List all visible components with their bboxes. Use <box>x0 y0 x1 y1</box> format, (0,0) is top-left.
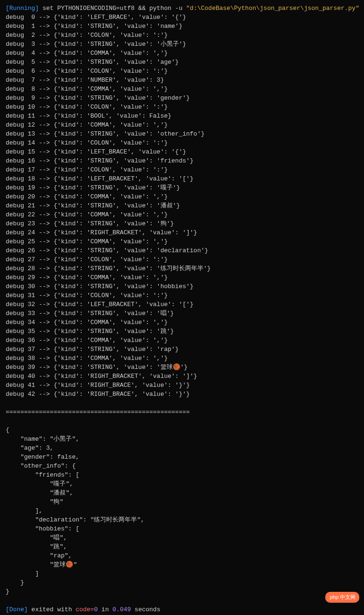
in-text: in <box>98 606 112 613</box>
json-line: ], <box>6 506 358 515</box>
running-label: [Running] <box>6 5 39 12</box>
debug-line: debug 20 --> {'kind': 'COMMA', 'value': … <box>6 192 358 201</box>
json-line: "唱", <box>6 533 358 542</box>
debug-line: debug 37 --> {'kind': 'STRING', 'value':… <box>6 345 358 354</box>
terminal-output[interactable]: [Running] set PYTHONIOENCODING=utf8 && p… <box>6 4 358 614</box>
json-line: "declaration": "练习时长两年半", <box>6 515 358 524</box>
separator-line: ========================================… <box>6 408 358 417</box>
json-line: "name": "小黑子", <box>6 435 358 444</box>
debug-line: debug 7 --> {'kind': 'NUMBER', 'value': … <box>6 76 358 85</box>
debug-line: debug 14 --> {'kind': 'COLON', 'value': … <box>6 138 358 147</box>
debug-line: debug 15 --> {'kind': 'LEFT_BRACE', 'val… <box>6 147 358 156</box>
json-line: "hobbies": [ <box>6 524 358 533</box>
debug-line: debug 26 --> {'kind': 'STRING', 'value':… <box>6 246 358 255</box>
json-line: "跳", <box>6 542 358 551</box>
json-line: "嘎子", <box>6 479 358 488</box>
json-output: { "name": "小黑子", "age": 3, "gender": fal… <box>6 426 358 596</box>
blank-line <box>6 399 358 408</box>
debug-line: debug 35 --> {'kind': 'STRING', 'value':… <box>6 327 358 336</box>
php-watermark-badge: php 中文网 <box>325 592 359 603</box>
script-path: "d:\CodeBase\Python\json_parser\json_par… <box>186 5 359 12</box>
debug-line: debug 4 --> {'kind': 'COMMA', 'value': '… <box>6 49 358 58</box>
debug-line: debug 32 --> {'kind': 'LEFT_BRACKET', 'v… <box>6 300 358 309</box>
debug-line: debug 25 --> {'kind': 'COMMA', 'value': … <box>6 237 358 246</box>
json-line: "gender": false, <box>6 453 358 461</box>
debug-line: debug 29 --> {'kind': 'COMMA', 'value': … <box>6 273 358 282</box>
done-line: [Done] exited with code=0 in 0.049 secon… <box>6 605 358 614</box>
blank-line <box>6 596 358 605</box>
seconds-text: seconds <box>131 606 160 613</box>
debug-line: debug 19 --> {'kind': 'STRING', 'value':… <box>6 183 358 192</box>
json-line: } <box>6 578 358 587</box>
debug-line: debug 40 --> {'kind': 'RIGHT_BRACKET', '… <box>6 372 358 381</box>
debug-line: debug 34 --> {'kind': 'COMMA', 'value': … <box>6 318 358 327</box>
exited-text: exited with <box>28 606 76 613</box>
debug-line: debug 16 --> {'kind': 'STRING', 'value':… <box>6 156 358 165</box>
debug-line: debug 28 --> {'kind': 'STRING', 'value':… <box>6 264 358 273</box>
debug-line: debug 2 --> {'kind': 'COLON', 'value': '… <box>6 31 358 40</box>
debug-line: debug 17 --> {'kind': 'COLON', 'value': … <box>6 165 358 174</box>
debug-line: debug 23 --> {'kind': 'STRING', 'value':… <box>6 219 358 228</box>
debug-line: debug 11 --> {'kind': 'BOOL', 'value': F… <box>6 111 358 120</box>
json-line: "rap", <box>6 551 358 560</box>
debug-line: debug 27 --> {'kind': 'COLON', 'value': … <box>6 255 358 264</box>
debug-output: debug 0 --> {'kind': 'LEFT_BRACE', 'valu… <box>6 13 358 399</box>
debug-line: debug 12 --> {'kind': 'COMMA', 'value': … <box>6 120 358 129</box>
debug-line: debug 8 --> {'kind': 'COMMA', 'value': '… <box>6 85 358 94</box>
debug-line: debug 39 --> {'kind': 'STRING', 'value':… <box>6 363 358 372</box>
debug-line: debug 41 --> {'kind': 'RIGHT_BRACE', 'va… <box>6 381 358 390</box>
debug-line: debug 1 --> {'kind': 'STRING', 'value': … <box>6 22 358 31</box>
debug-line: debug 3 --> {'kind': 'STRING', 'value': … <box>6 40 358 49</box>
command-text: set PYTHONIOENCODING=utf8 && python -u <box>39 5 186 12</box>
debug-line: debug 13 --> {'kind': 'STRING', 'value':… <box>6 129 358 138</box>
debug-line: debug 18 --> {'kind': 'LEFT_BRACKET', 'v… <box>6 174 358 183</box>
time-value: 0.049 <box>112 606 131 613</box>
debug-line: debug 10 --> {'kind': 'COLON', 'value': … <box>6 102 358 111</box>
debug-line: debug 22 --> {'kind': 'COMMA', 'value': … <box>6 210 358 219</box>
debug-line: debug 24 --> {'kind': 'RIGHT_BRACKET', '… <box>6 228 358 237</box>
json-line: "other_info": { <box>6 461 358 470</box>
json-line: ] <box>6 569 358 578</box>
json-line: "friends": [ <box>6 470 358 479</box>
debug-line: debug 33 --> {'kind': 'STRING', 'value':… <box>6 309 358 318</box>
done-label: [Done] <box>6 606 28 613</box>
debug-line: debug 6 --> {'kind': 'COLON', 'value': '… <box>6 67 358 76</box>
json-line: { <box>6 426 358 435</box>
debug-line: debug 38 --> {'kind': 'COMMA', 'value': … <box>6 354 358 363</box>
json-line: } <box>6 587 358 596</box>
json-line: "狗" <box>6 497 358 506</box>
debug-line: debug 5 --> {'kind': 'STRING', 'value': … <box>6 58 358 67</box>
debug-line: debug 9 --> {'kind': 'STRING', 'value': … <box>6 94 358 102</box>
blank-line <box>6 417 358 426</box>
json-line: "age": 3, <box>6 444 358 453</box>
debug-line: debug 36 --> {'kind': 'COMMA', 'value': … <box>6 336 358 345</box>
debug-line: debug 31 --> {'kind': 'COLON', 'value': … <box>6 291 358 300</box>
json-line: "篮球🏀" <box>6 560 358 569</box>
debug-line: debug 42 --> {'kind': 'RIGHT_BRACE', 'va… <box>6 390 358 399</box>
debug-line: debug 21 --> {'kind': 'STRING', 'value':… <box>6 201 358 210</box>
debug-line: debug 30 --> {'kind': 'STRING', 'value':… <box>6 282 358 291</box>
code-label: code= <box>76 606 94 613</box>
running-line: [Running] set PYTHONIOENCODING=utf8 && p… <box>6 4 358 13</box>
json-line: "潘叔", <box>6 488 358 497</box>
code-value: 0 <box>94 606 98 613</box>
debug-line: debug 0 --> {'kind': 'LEFT_BRACE', 'valu… <box>6 13 358 22</box>
